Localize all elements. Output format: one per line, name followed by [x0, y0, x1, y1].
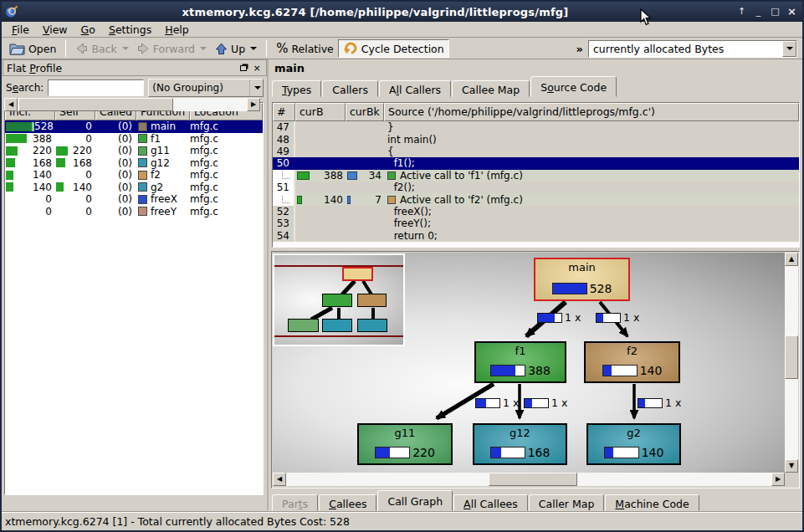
open-folder-icon	[9, 43, 25, 55]
forward-button[interactable]: Forward	[133, 39, 211, 58]
tab-all-callers[interactable]: All Callers	[379, 80, 451, 97]
relative-toggle-button[interactable]: % Relative	[272, 39, 338, 58]
event-type-value: currently allocated Bytes	[589, 43, 782, 55]
app-icon	[5, 5, 18, 18]
scrollbar-thumb[interactable]	[18, 98, 173, 111]
minimize-button[interactable]: _	[751, 5, 766, 18]
source-row[interactable]: 52 freeX();	[273, 206, 799, 217]
table-row[interactable]: 140 0 (0) f2 mfg.c	[5, 169, 263, 182]
forward-dropdown-icon	[200, 47, 207, 50]
search-input[interactable]	[48, 79, 144, 96]
function-color-icon	[138, 207, 147, 216]
scrollbar-thumb[interactable]	[489, 473, 577, 486]
graph-node-g11[interactable]: g11 220	[357, 423, 453, 465]
menu-help[interactable]: Help	[158, 23, 196, 37]
close-button[interactable]: ×	[785, 5, 799, 18]
tab-all-callees[interactable]: All Callees	[453, 494, 528, 511]
menu-view[interactable]: View	[36, 23, 74, 37]
tab-caller-map[interactable]: Caller Map	[529, 494, 605, 511]
scroll-right-icon[interactable]: ▶	[771, 473, 785, 486]
open-button[interactable]: Open	[5, 39, 60, 58]
function-color-icon	[138, 171, 147, 180]
graph-node-f2[interactable]: f2 140	[584, 341, 680, 383]
function-color-icon	[387, 196, 396, 204]
tab-types[interactable]: Types	[272, 80, 321, 97]
table-row[interactable]: 388 0 (0) f1 mfg.c	[5, 133, 263, 146]
graph-vscrollbar[interactable]: ▲ ▼	[785, 253, 798, 473]
toolbar-separator	[65, 40, 66, 57]
source-call-row[interactable]: 388 34 Active call to 'f1' (mfg.c)	[273, 170, 799, 182]
call-graph-canvas[interactable]: main 528 f1 388 f2 140 g11 220 g12 168	[273, 253, 785, 473]
table-row[interactable]: 528 0 (0) main mfg.c	[5, 120, 263, 133]
edge-label: 1 x	[596, 311, 639, 324]
menu-file[interactable]: File	[5, 23, 36, 37]
dock-header: Flat Profile ×	[3, 59, 267, 76]
source-row-selected[interactable]: 50 f1();	[273, 157, 799, 169]
tree-branch-icon	[282, 171, 289, 179]
tab-callee-map[interactable]: Callee Map	[452, 80, 530, 97]
up-dropdown-icon	[250, 47, 257, 50]
maximize-button[interactable]: □	[768, 5, 782, 18]
scrollbar-thumb[interactable]	[785, 335, 798, 379]
event-type-dropdown-button[interactable]	[782, 41, 796, 57]
graph-hscrollbar[interactable]: ◀ ▶	[273, 473, 785, 486]
table-row[interactable]: 0 0 (0) freeX mfg.c	[5, 193, 263, 206]
call-graph-panel: main 528 f1 388 f2 140 g11 220 g12 168	[270, 249, 802, 511]
tab-callers[interactable]: Callers	[322, 80, 378, 97]
source-code-table: # curB curBk Source ('/home/philippe/val…	[272, 102, 800, 248]
source-call-row[interactable]: 140 7 Active call to 'f2' (mfg.c)	[273, 193, 799, 205]
column-header-line[interactable]: #	[273, 103, 295, 121]
scroll-right-icon[interactable]: ▶	[247, 98, 260, 111]
function-color-icon	[138, 195, 147, 204]
tab-source-code[interactable]: Source Code	[530, 76, 617, 97]
open-label: Open	[28, 43, 56, 55]
search-row: Search: (No Grouping)	[3, 76, 267, 99]
float-icon[interactable]	[238, 63, 249, 74]
column-header-curbk[interactable]: curBk	[346, 103, 384, 121]
toolbar-overflow-button[interactable]: »	[571, 43, 588, 55]
table-row[interactable]: 168 168 (0) g12 mfg.c	[5, 157, 263, 170]
scroll-up-icon[interactable]: ▲	[785, 253, 798, 266]
source-row[interactable]: 48int main()	[273, 133, 799, 145]
grouping-combo[interactable]: (No Grouping)	[148, 79, 264, 97]
tab-parts[interactable]: Parts	[272, 494, 318, 511]
graph-node-g2[interactable]: g2 140	[586, 423, 681, 465]
table-row[interactable]: 0 0 (0) freeY mfg.c	[5, 206, 263, 218]
menu-go[interactable]: Go	[74, 23, 102, 37]
graph-overview-minimap[interactable]	[273, 253, 405, 346]
function-title: main	[270, 59, 802, 76]
graph-node-main[interactable]: main 528	[534, 258, 630, 301]
menubar: File View Go Settings Help	[2, 22, 802, 38]
cost-bar	[490, 365, 525, 376]
column-header-source[interactable]: Source ('/home/philippe/valgrind/littlep…	[384, 103, 799, 121]
back-button[interactable]: Back	[71, 39, 132, 58]
percent-icon: %	[276, 41, 288, 56]
event-type-combo[interactable]: currently allocated Bytes	[588, 40, 797, 58]
forward-arrow-icon	[137, 43, 150, 54]
menu-settings[interactable]: Settings	[102, 23, 158, 37]
tab-machine-code[interactable]: Machine Code	[605, 494, 699, 511]
graph-node-g12[interactable]: g12 168	[473, 423, 567, 465]
source-row[interactable]: 54 return 0;	[273, 230, 799, 242]
grouping-dropdown-button[interactable]	[249, 79, 263, 96]
scroll-left-icon[interactable]: ◀	[273, 473, 286, 486]
scroll-left-icon[interactable]: ◀	[4, 98, 18, 111]
titlebar[interactable]: xtmemory.kcg.6274 [/home/philippe/valgri…	[2, 2, 802, 22]
source-row[interactable]: 53 freeY();	[273, 217, 799, 229]
tab-callees[interactable]: Callees	[319, 494, 376, 511]
source-row[interactable]: 47}	[273, 121, 799, 133]
graph-node-f1[interactable]: f1 388	[474, 341, 566, 383]
table-row[interactable]: 140 140 (0) g2 mfg.c	[5, 182, 263, 194]
cycle-detection-button[interactable]: Cycle Detection	[338, 39, 449, 58]
up-button[interactable]: Up	[211, 39, 261, 58]
tab-call-graph[interactable]: Call Graph	[377, 490, 453, 511]
dock-close-icon[interactable]: ×	[251, 63, 263, 74]
source-row[interactable]: 49{	[273, 146, 799, 157]
flat-profile-hscrollbar[interactable]: ◀ ▶	[4, 98, 260, 111]
shade-button[interactable]: ↑	[735, 5, 749, 18]
source-row[interactable]: 51 f2();	[273, 182, 799, 193]
column-header-curb[interactable]: curB	[295, 103, 346, 121]
back-arrow-icon	[75, 43, 88, 54]
scroll-down-icon[interactable]: ▼	[785, 459, 798, 473]
table-row[interactable]: 220 220 (0) g11 mfg.c	[5, 145, 263, 157]
